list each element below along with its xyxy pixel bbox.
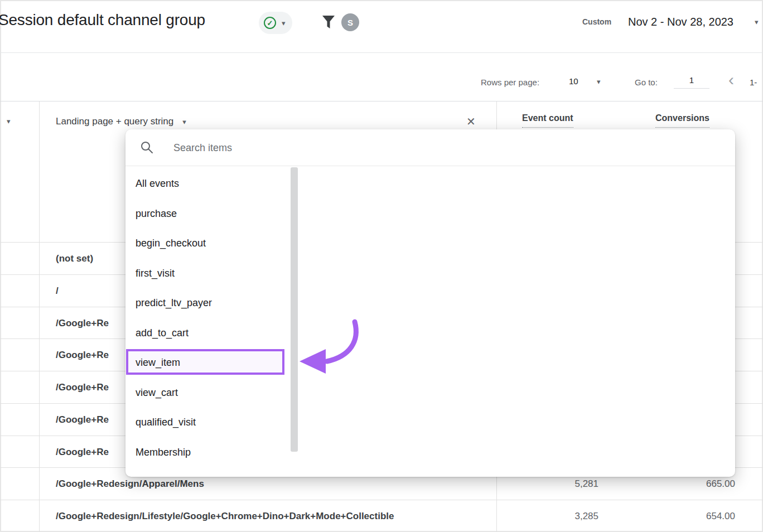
page-title: Session default channel group [0,11,205,29]
list-item-begin-checkout[interactable]: begin_checkout [125,229,287,259]
event-count-cell: 3,285 [487,500,598,532]
table-row: /Google+Redesign/Lifestyle/Google+Chrome… [0,500,763,532]
list-item-first-visit[interactable]: first_visit [125,259,287,289]
go-to-label: Go to: [635,78,658,87]
first-column-caret-icon[interactable]: ▾ [7,118,11,125]
pagination-divider [0,101,763,101]
search-row [125,129,735,166]
annotation-arrow [292,318,366,381]
scrollbar[interactable] [291,167,298,452]
search-items-dialog: All events purchase begin_checkout first… [125,129,735,477]
dimension-header-label: Landing page + query string [56,116,173,127]
chevron-down-icon: ▾ [282,20,286,27]
chevron-down-icon: ▾ [755,18,759,26]
metric-header-event-count[interactable]: Event count [522,113,573,128]
search-icon [140,141,153,156]
header-divider [0,52,763,53]
search-input[interactable] [173,137,452,158]
close-icon[interactable]: ✕ [466,115,476,128]
rows-per-page-label: Rows per page: [481,78,539,87]
list-item-view-item[interactable]: view_item [125,348,287,378]
date-range-type-label: Custom [582,17,611,26]
chevron-down-icon: ▾ [182,118,186,125]
list-item-membership[interactable]: Membership [125,438,287,468]
conversions-cell: 654.00 [624,500,735,532]
list-item-view-cart[interactable]: view_cart [125,378,287,408]
filter-funnel-icon[interactable] [322,15,335,32]
landing-page-cell: /Google+Redesign/Lifestyle/Google+Chrome… [56,500,484,532]
date-range-selector[interactable]: Nov 2 - Nov 28, 2023 [628,16,733,28]
rows-per-page-select[interactable]: 10 [569,76,578,86]
pagination-range: 1- [750,78,757,87]
check-circle-icon: ✓ [264,17,276,29]
list-item-predict-ltv-payer[interactable]: predict_ltv_payer [125,288,287,318]
list-item-add-to-cart[interactable]: add_to_cart [125,318,287,349]
dimension-column-header[interactable]: Landing page + query string ▾ [56,116,186,127]
metric-header-conversions[interactable]: Conversions [655,113,709,128]
list-item-purchase[interactable]: purchase [125,199,287,229]
list-item-qualified-visit[interactable]: qualified_visit [125,408,287,438]
previous-page-button[interactable]: ‹ [728,71,734,88]
status-dropdown-button[interactable]: ✓ ▾ [259,12,292,34]
dialog-divider [125,166,735,166]
go-to-page-input[interactable]: 1 [674,73,709,89]
event-list: All events purchase begin_checkout first… [125,169,287,467]
analytics-screen: Session default channel group ✓ ▾ S Cust… [0,0,763,532]
avatar[interactable]: S [341,13,359,31]
list-item-all-events[interactable]: All events [125,169,287,199]
chevron-down-icon: ▾ [597,78,601,85]
